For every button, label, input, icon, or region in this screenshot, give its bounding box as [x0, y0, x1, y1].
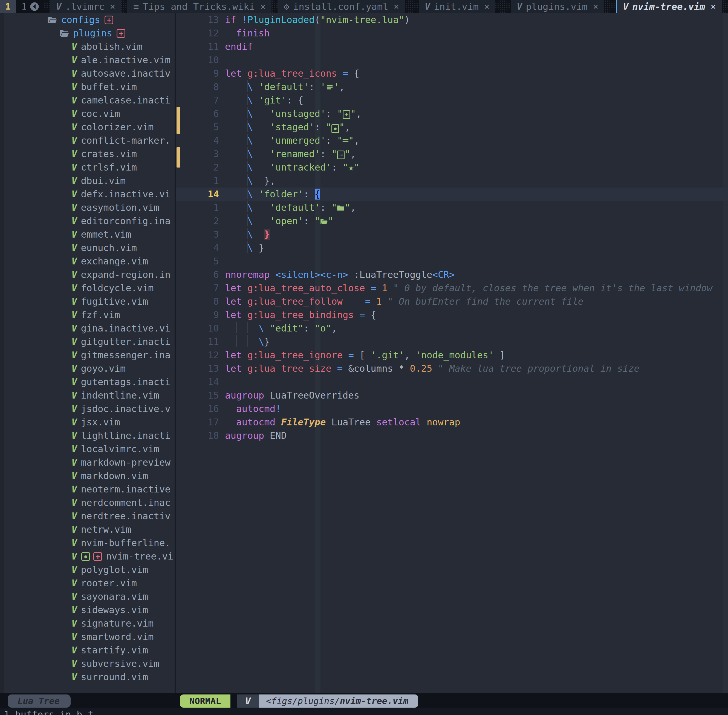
tab-plugins-vim[interactable]: Vplugins.vim× [511, 0, 604, 13]
tree-item-expand-region-in[interactable]: Vexpand-region.in [71, 268, 170, 281]
tree-item-subversive-vim[interactable]: Vsubversive.vim [71, 657, 159, 670]
tree-item-markdown-preview[interactable]: Vmarkdown-preview [71, 456, 170, 469]
code-line[interactable]: 11endif [176, 40, 728, 53]
code-line[interactable]: 2 \ 'untracked': "★" [176, 161, 728, 174]
tree-item-rooter-vim[interactable]: Vrooter.vim [71, 576, 137, 590]
tree-item-signature-vim[interactable]: Vsignature.vim [71, 617, 154, 630]
code-line[interactable]: 6 \ 'unstaged': "+", [176, 107, 728, 121]
tree-item-crates-vim[interactable]: Vcrates.vim [71, 147, 137, 161]
tree-item-nvim-bufferline-[interactable]: Vnvim-bufferline. [71, 536, 170, 550]
tab--lvimrc[interactable]: V.lvimrc× [50, 0, 121, 13]
code-line[interactable]: 4 \ } [176, 241, 728, 255]
tree-item-configs[interactable]: configs+ [47, 13, 113, 27]
editor-pane[interactable]: 13if !PluginLoaded("nvim-tree.lua")12 fi… [176, 13, 728, 693]
tree-item-gitmessenger-ina[interactable]: Vgitmessenger.ina [71, 348, 170, 362]
code-line[interactable]: 9let g:lua_tree_icons = { [176, 67, 728, 80]
close-icon[interactable]: × [392, 2, 399, 12]
code-line[interactable]: 8 \ 'default': '', [176, 80, 728, 94]
tree-item-eunuch-vim[interactable]: Veunuch.vim [71, 241, 137, 255]
tree-item-dbui-vim[interactable]: Vdbui.vim [71, 174, 126, 187]
code-line-current[interactable]: 14 \ 'folder': { [176, 187, 728, 201]
tree-item-gutentags-inacti[interactable]: Vgutentags.inacti [71, 375, 170, 389]
tab-init-vim[interactable]: Vinit.vim× [419, 0, 495, 13]
tree-item-gitgutter-inacti[interactable]: Vgitgutter.inacti [71, 335, 170, 348]
close-icon[interactable]: × [709, 2, 716, 12]
code-line[interactable]: 16 autocmd! [176, 402, 728, 416]
tree-item-startify-vim[interactable]: Vstartify.vim [71, 644, 148, 657]
tree-item-gina-inactive-vi[interactable]: Vgina.inactive.vi [71, 322, 170, 335]
tree-item-lightline-inacti[interactable]: Vlightline.inacti [71, 429, 170, 442]
code-line[interactable]: 6nnoremap <silent><c-n> :LuaTreeToggle<C… [176, 268, 728, 281]
tree-item-exchange-vim[interactable]: Vexchange.vim [71, 255, 148, 268]
tree-item-smartword-vim[interactable]: Vsmartword.vim [71, 630, 154, 644]
tree-item-emmet-vim[interactable]: Vemmet.vim [71, 228, 131, 241]
tree-item-autosave-inactiv[interactable]: Vautosave.inactiv [71, 67, 170, 80]
file-tree-panel[interactable]: configs+plugins+Vabolish.vimVale.inactiv… [0, 13, 175, 693]
tree-item-surround-vim[interactable]: Vsurround.vim [71, 670, 148, 684]
tree-item-coc-vim[interactable]: Vcoc.vim [71, 107, 120, 121]
code-line[interactable]: 18augroup END [176, 429, 728, 442]
close-icon[interactable]: × [482, 2, 489, 12]
tree-item-conflict-marker-[interactable]: Vconflict-marker. [71, 134, 170, 147]
tab-tips-and-tricks-wiki[interactable]: ≡Tips and Tricks.wiki× [127, 0, 271, 13]
tree-item-nvim-tree-vi[interactable]: V●+nvim-tree.vi [71, 550, 173, 563]
code-line[interactable]: 7let g:lua_tree_auto_close = 1 " 0 by de… [176, 281, 728, 295]
code-line[interactable]: 13if !PluginLoaded("nvim-tree.lua") [176, 13, 728, 27]
code-line[interactable]: 15augroup LuaTreeOverrides [176, 389, 728, 402]
tree-item-easymotion-vim[interactable]: Veasymotion.vim [71, 201, 159, 214]
code-line[interactable]: 17 autocmd FileType LuaTree setlocal now… [176, 416, 728, 429]
tree-item-colorizer-vim[interactable]: Vcolorizer.vim [71, 121, 154, 134]
tree-item-name: goyo.vim [81, 362, 126, 375]
tree-item-fugitive-vim[interactable]: Vfugitive.vim [71, 295, 148, 308]
box-plus-icon: + [343, 108, 350, 119]
tree-item-abolish-vim[interactable]: Vabolish.vim [71, 40, 143, 53]
tree-item-jsx-vim[interactable]: Vjsx.vim [71, 416, 120, 429]
tree-item-netrw-vim[interactable]: Vnetrw.vim [71, 523, 131, 536]
tree-item-ctrlsf-vim[interactable]: Vctrlsf.vim [71, 161, 137, 174]
code-line[interactable]: 3 \ 'renamed': "→", [176, 147, 728, 161]
close-icon[interactable]: × [109, 2, 115, 12]
tree-item-indentline-vim[interactable]: Vindentline.vim [71, 389, 159, 402]
tree-item-ale-inactive-vim[interactable]: Vale.inactive.vim [71, 53, 170, 67]
tree-item-buffet-vim[interactable]: Vbuffet.vim [71, 80, 137, 94]
code-line[interactable]: 10 \ "edit": "o", [176, 322, 728, 335]
token-pln [387, 282, 393, 293]
tab-install-conf-yaml[interactable]: ⚙install.conf.yaml× [277, 0, 405, 13]
code-line[interactable]: 12let g:lua_tree_ignore = [ '.git', 'nod… [176, 348, 728, 362]
tree-item-defx-inactive-vi[interactable]: Vdefx.inactive.vi [71, 187, 170, 201]
tree-item-markdown-vim[interactable]: Vmarkdown.vim [71, 469, 148, 483]
code-line[interactable]: 7 \ 'git': { [176, 94, 728, 107]
tree-item-foldcycle-vim[interactable]: Vfoldcycle.vim [71, 281, 154, 295]
code-line[interactable]: 4 \ 'unmerged': "═", [176, 134, 728, 147]
tree-item-sideways-vim[interactable]: Vsideways.vim [71, 603, 148, 617]
code-line[interactable]: 5 [176, 255, 728, 268]
tree-item-editorconfig-ina[interactable]: Veditorconfig.ina [71, 214, 170, 228]
tree-item-goyo-vim[interactable]: Vgoyo.vim [71, 362, 126, 375]
code-line[interactable]: 3 \ } [176, 228, 728, 241]
command-line[interactable]: 1 buffers in b t [0, 709, 728, 715]
tree-item-plugins[interactable]: plugins+ [59, 27, 125, 40]
code-line[interactable]: 13let g:lua_tree_size = &columns * 0.25 … [176, 362, 728, 375]
code-line[interactable]: 2 \ 'open': "" [176, 214, 728, 228]
tree-item-nerdtree-inactiv[interactable]: Vnerdtree.inactiv [71, 510, 170, 523]
code-line[interactable]: 1 \ 'default': "", [176, 201, 728, 214]
code-line[interactable]: 10 [176, 53, 728, 67]
tree-item-camelcase-inacti[interactable]: Vcamelcase.inacti [71, 94, 170, 107]
code-line[interactable]: 11 \} [176, 335, 728, 348]
code-line[interactable]: 1 \ }, [176, 174, 728, 187]
tree-item-neoterm-inactive[interactable]: Vneoterm.inactive [71, 483, 170, 496]
tree-item-nerdcomment-inac[interactable]: Vnerdcomment.inac [71, 496, 170, 510]
close-icon[interactable]: × [591, 2, 598, 12]
tree-item-polyglot-vim[interactable]: Vpolyglot.vim [71, 563, 148, 576]
tree-item-jsdoc-inactive-v[interactable]: Vjsdoc.inactive.v [71, 402, 170, 416]
tree-item-fzf-vim[interactable]: Vfzf.vim [71, 308, 120, 322]
tree-item-localvimrc-vim[interactable]: Vlocalvimrc.vim [71, 442, 159, 456]
code-line[interactable]: 8let g:lua_tree_follow = 1 " On bufEnter… [176, 295, 728, 308]
tab-nvim-tree-vim[interactable]: Vnvim-tree.vim× [616, 0, 722, 13]
code-line[interactable]: 5 \ 'staged': "●", [176, 121, 728, 134]
code-line[interactable]: 14 [176, 375, 728, 389]
code-line[interactable]: 12 finish [176, 27, 728, 40]
code-line[interactable]: 9let g:lua_tree_bindings = { [176, 308, 728, 322]
tree-item-sayonara-vim[interactable]: Vsayonara.vim [71, 590, 148, 603]
close-icon[interactable]: × [259, 2, 265, 12]
